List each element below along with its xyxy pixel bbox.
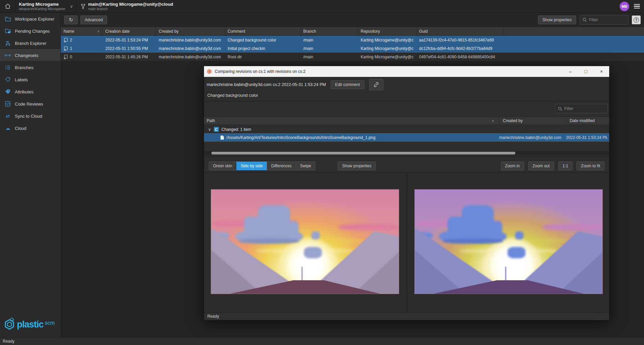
changeset-file-icon xyxy=(63,38,68,42)
changeset-file-icon xyxy=(63,46,68,51)
edit-comment-button[interactable]: Edit comment xyxy=(331,80,364,89)
column-header-created-by[interactable]: Created by xyxy=(156,27,225,35)
sidebar-item-branch-explorer[interactable]: Branch Explorer xyxy=(0,37,60,49)
sidebar-item-sync-to-cloud[interactable]: ⇄ Sync to Cloud xyxy=(0,110,60,122)
panel-divider xyxy=(407,173,407,312)
app-status-text: Ready xyxy=(3,339,15,344)
sidebar-item-workspace-explorer[interactable]: Workspace Explorer xyxy=(0,13,60,25)
help-icon: ? xyxy=(634,17,639,23)
advanced-button[interactable]: Advanced xyxy=(80,16,107,24)
changed-group-row[interactable]: ∨ C Changed: 1 item xyxy=(204,125,609,133)
column-header-repository[interactable]: Repository xyxy=(358,27,416,35)
filter-input[interactable] xyxy=(589,18,625,22)
table-row[interactable]: 2 2022-05-31 1:53:24 PM mariechristine.b… xyxy=(61,36,644,44)
sidebar-item-code-reviews[interactable]: Code Reviews xyxy=(0,98,60,110)
valley-seam xyxy=(302,267,303,281)
show-properties-button[interactable]: Show properties xyxy=(538,16,576,24)
sidebar-item-branches[interactable]: Branches xyxy=(0,61,60,74)
dialog-filter-box xyxy=(555,104,608,113)
divider xyxy=(204,156,609,157)
column-header-comment[interactable]: Comment xyxy=(225,27,301,35)
table-row[interactable]: 1 2022-05-31 1:50:55 PM mariechristine.b… xyxy=(61,44,644,53)
column-header-branch[interactable]: Branch xyxy=(301,27,358,35)
minimize-button[interactable]: – xyxy=(563,66,578,77)
revision-comment: Changed background color xyxy=(207,93,258,98)
scrollbar-thumb[interactable] xyxy=(211,152,515,154)
sync-arrows-icon: ⇄ xyxy=(5,113,11,119)
mountains-layer xyxy=(415,190,602,294)
view-button-side-by-side[interactable]: Side by side xyxy=(236,162,267,170)
zoom-to-fit-button[interactable]: Zoom to fit xyxy=(576,162,604,170)
maximize-button[interactable]: □ xyxy=(578,66,594,77)
top-bar: Karting Microgame wkspaces\Karting Micro… xyxy=(0,0,644,13)
changed-file-row[interactable]: /Assets/Karting/Art/Textures/IntroSceneB… xyxy=(204,133,609,142)
one-to-one-button[interactable]: 1:1 xyxy=(558,162,573,170)
table-row[interactable]: 0 2022-05-31 1:45:26 PM mariechristine.b… xyxy=(61,53,644,61)
image-right[interactable] xyxy=(414,189,603,294)
cloud-icon: ☁ xyxy=(5,125,11,131)
home-button[interactable] xyxy=(0,0,16,13)
file-path: /Assets/Karting/Art/Textures/IntroSceneB… xyxy=(226,135,376,140)
path-column-headers: Path ∧ Created by Date modified xyxy=(204,117,609,125)
changeset-file-icon xyxy=(63,55,68,59)
plastic-orange-icon xyxy=(207,69,212,74)
changed-group-label: Changed: 1 item xyxy=(222,127,251,132)
dialog-filter-input[interactable] xyxy=(564,106,605,111)
sort-chevron-icon[interactable]: ∨ xyxy=(97,29,100,33)
column-header-created-by[interactable]: Created by xyxy=(499,117,523,124)
table-header: Name∨ Creation date Created by Comment B… xyxy=(61,27,644,36)
view-button-onion-skin[interactable]: Onion skin xyxy=(209,162,236,170)
file-date-modified: 2022-05-31 1:53:24 PM xyxy=(566,135,607,140)
user-avatar[interactable]: MB xyxy=(620,2,629,11)
zoom-in-button[interactable]: Zoom in xyxy=(501,162,524,170)
sidebar-item-changesets[interactable]: Changesets xyxy=(0,49,60,61)
branch-icon xyxy=(81,4,85,9)
branch-sublabel: main branch xyxy=(88,7,173,11)
horizontal-scrollbar[interactable] xyxy=(204,151,609,155)
column-header-path[interactable]: Path xyxy=(204,118,215,123)
image-left[interactable] xyxy=(211,189,399,294)
changeset-icon xyxy=(5,52,11,58)
branch-selector[interactable]: main@Karting Microgame@unity@cloud main … xyxy=(77,0,177,13)
plasticscm-hexagon-icon xyxy=(3,318,16,331)
sidebar-item-label: Workspace Explorer xyxy=(15,17,54,22)
sort-chevron-up-icon[interactable]: ∧ xyxy=(492,119,494,123)
refresh-button[interactable]: ↻ xyxy=(64,16,78,24)
home-icon xyxy=(5,3,11,9)
app-status-bar: Ready xyxy=(0,337,644,345)
logo-suffix: scm xyxy=(45,320,55,326)
view-button-swipe[interactable]: Swipe xyxy=(296,162,316,170)
dialog-titlebar[interactable]: Comparing revisions on cs:1 with revisio… xyxy=(204,66,609,77)
divider xyxy=(204,101,609,101)
zoom-out-button[interactable]: Zoom out xyxy=(528,162,554,170)
column-header-guid[interactable]: Guid xyxy=(416,27,504,35)
refresh-icon: ↻ xyxy=(69,17,73,23)
help-button[interactable]: ? xyxy=(632,16,641,24)
tag-icon xyxy=(5,77,11,83)
link-icon xyxy=(373,82,379,87)
valley-seam xyxy=(505,267,506,281)
branch-label: main@Karting Microgame@unity@cloud xyxy=(88,2,173,7)
chevron-expand-icon[interactable]: ∨ xyxy=(208,127,211,132)
sidebar-item-attributes[interactable]: Attributes xyxy=(0,86,60,98)
plastic-scm-app: Karting Microgame wkspaces\Karting Micro… xyxy=(0,0,644,345)
sidebar-item-labels[interactable]: Labels xyxy=(0,74,60,86)
sidebar-item-label: Attributes xyxy=(15,89,33,94)
workspace-selector[interactable]: Karting Microgame wkspaces\Karting Micro… xyxy=(16,0,77,13)
sidebar-item-label: Sync to Cloud xyxy=(15,114,42,119)
filter-box xyxy=(579,15,628,25)
close-button[interactable]: × xyxy=(594,66,609,77)
image-compare-area xyxy=(204,173,609,312)
search-icon xyxy=(558,107,562,111)
column-header-date-modified[interactable]: Date modified xyxy=(566,117,595,124)
column-header-name[interactable]: Name∨ xyxy=(61,27,103,35)
menu-icon[interactable] xyxy=(634,4,640,9)
column-header-creation-date[interactable]: Creation date xyxy=(103,27,156,35)
mountains-layer xyxy=(211,190,399,294)
main-toolbar: ↻ Advanced Show properties ? xyxy=(61,13,644,27)
sidebar-item-pending-changes[interactable]: Pending Changes xyxy=(0,25,60,37)
dialog-show-properties-button[interactable]: Show properties xyxy=(338,162,376,170)
sidebar-item-cloud[interactable]: ☁ Cloud xyxy=(0,122,60,134)
view-button-differences[interactable]: Differences xyxy=(267,162,295,170)
copy-link-button[interactable] xyxy=(369,79,383,90)
